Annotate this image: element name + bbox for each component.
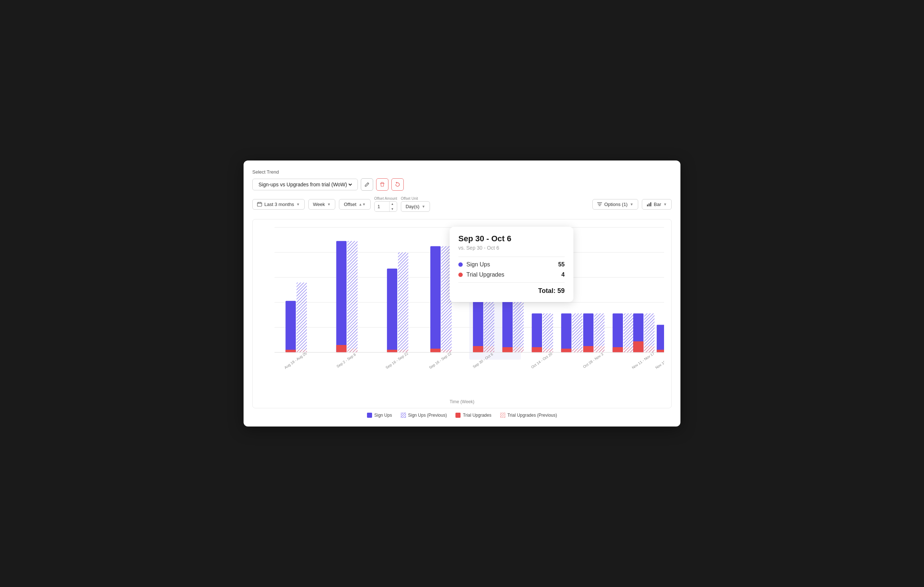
date-range-picker[interactable]: Last 3 months ▼	[252, 199, 305, 209]
legend-solid-red-icon	[455, 413, 460, 418]
svg-rect-43	[473, 346, 483, 352]
chart-legend: Sign Ups Sign Ups (Previous) Trial Upgra…	[252, 413, 672, 418]
svg-text:Sep 16 - Sep 22: Sep 16 - Sep 22	[428, 351, 452, 370]
filter-row: Last 3 months ▼ Week ▼ Offset ▲▼ Offset …	[252, 196, 672, 212]
offset-amount-label: Offset Amount	[374, 196, 397, 201]
legend-hatched-blue-icon	[401, 413, 406, 418]
select-trend-label: Select Trend	[252, 169, 672, 175]
right-controls: Options (1) ▼ Bar ▼	[592, 199, 672, 209]
chevron-down-icon: ▼	[422, 204, 425, 209]
granularity-label: Week	[313, 201, 325, 207]
offset-selector[interactable]: Offset ▲▼	[339, 199, 370, 209]
offset-amount-input[interactable]	[375, 202, 389, 211]
legend-trial-prev: Trial Upgrades (Previous)	[500, 413, 557, 418]
tooltip-divider-2	[459, 282, 565, 283]
svg-rect-2	[259, 202, 259, 203]
date-range-label: Last 3 months	[264, 201, 294, 207]
options-button[interactable]: Options (1) ▼	[592, 199, 638, 209]
offset-amount-group: Offset Amount ▲ ▼	[374, 196, 397, 211]
options-label: Options (1)	[604, 201, 628, 207]
svg-rect-28	[347, 241, 358, 352]
chart-area: 0 20 40 60 80 100 Aug 19 - Aug 25	[252, 219, 672, 408]
svg-rect-4	[647, 204, 648, 206]
trend-dropdown[interactable]: Sign-ups vs Upgrades from trial (WoW)	[252, 179, 358, 190]
bar-chart-icon	[647, 201, 652, 207]
legend-trial-label: Trial Upgrades	[463, 413, 491, 418]
chart-tooltip: Sep 30 - Oct 6 vs. Sep 30 - Oct 6 Sign U…	[450, 227, 573, 302]
delete-button[interactable]	[376, 178, 388, 191]
tooltip-divider	[459, 257, 565, 257]
svg-text:Nov 11 - Nov 17: Nov 11 - Nov 17	[631, 351, 655, 370]
legend-sign-ups: Sign Ups	[367, 413, 392, 418]
tooltip-signups-label: Sign Ups	[466, 261, 490, 268]
svg-rect-70	[633, 341, 643, 352]
blue-dot	[459, 262, 463, 267]
svg-text:Nov 18 - Nov 24: Nov 18 - Nov 24	[655, 351, 664, 370]
main-window: Select Trend Sign-ups vs Upgrades from t…	[244, 160, 680, 427]
tooltip-signups-metric: Sign Ups	[459, 261, 490, 268]
svg-rect-53	[543, 349, 553, 352]
offset-unit-group: Offset Unit Day(s) ▼	[401, 196, 430, 212]
chevron-down-icon: ▼	[630, 202, 634, 206]
x-axis-label: Time (Week)	[450, 399, 474, 404]
chevron-down-icon: ▼	[663, 202, 667, 206]
decrement-icon[interactable]: ▼	[389, 207, 395, 211]
chart-type-label: Bar	[654, 201, 661, 207]
svg-rect-5	[648, 203, 650, 206]
tooltip-subtitle: vs. Sep 30 - Oct 6	[459, 245, 565, 251]
svg-rect-6	[650, 202, 651, 206]
offset-label: Offset	[344, 201, 356, 207]
svg-rect-32	[387, 269, 397, 352]
svg-rect-23	[297, 282, 307, 352]
tooltip-trial-metric: Trial Upgrades	[459, 272, 504, 278]
svg-rect-0	[380, 183, 384, 184]
chevron-down-icon: ▲▼	[359, 202, 366, 206]
chevron-down-icon: ▼	[296, 202, 300, 206]
svg-rect-37	[430, 246, 441, 352]
svg-rect-44	[484, 346, 494, 352]
offset-unit-picker[interactable]: Day(s) ▼	[401, 201, 430, 212]
svg-rect-1	[257, 202, 262, 206]
offset-amount-input-wrap: ▲ ▼	[374, 201, 397, 211]
chart-type-selector[interactable]: Bar ▼	[642, 199, 672, 209]
increment-icon[interactable]: ▲	[389, 201, 395, 206]
red-dot	[459, 272, 463, 277]
svg-rect-86	[500, 413, 505, 418]
svg-rect-71	[644, 346, 654, 352]
tooltip-signups-value: 55	[558, 261, 565, 268]
svg-rect-27	[337, 241, 346, 352]
svg-rect-52	[532, 347, 542, 352]
svg-rect-58	[572, 349, 582, 352]
svg-rect-29	[337, 345, 346, 352]
top-row: Sign-ups vs Upgrades from trial (WoW)	[252, 178, 672, 191]
svg-rect-57	[561, 349, 571, 352]
svg-rect-39	[430, 349, 441, 352]
tooltip-trial-label: Trial Upgrades	[466, 272, 504, 278]
legend-sign-ups-label: Sign Ups	[374, 413, 392, 418]
svg-rect-75	[657, 350, 664, 352]
svg-rect-49	[513, 347, 523, 352]
tooltip-trial-value: 4	[561, 272, 565, 278]
svg-rect-33	[398, 252, 408, 353]
legend-hatched-red-icon	[500, 413, 505, 418]
svg-rect-84	[455, 413, 460, 418]
offset-unit-label: Offset Unit	[401, 196, 430, 201]
svg-rect-34	[387, 350, 397, 352]
legend-sign-ups-prev-label: Sign Ups (Previous)	[408, 413, 447, 418]
offset-arrows: ▲ ▼	[389, 201, 395, 211]
svg-rect-48	[502, 347, 513, 352]
svg-rect-62	[594, 346, 604, 352]
granularity-picker[interactable]: Week ▼	[309, 199, 336, 209]
legend-trial: Trial Upgrades	[455, 413, 491, 418]
reset-button[interactable]	[391, 178, 404, 191]
svg-rect-24	[285, 350, 295, 352]
offset-unit-value: Day(s)	[406, 204, 419, 209]
tooltip-trial-row: Trial Upgrades 4	[459, 272, 565, 278]
svg-text:Oct 14 - Oct 20: Oct 14 - Oct 20	[530, 351, 553, 369]
svg-rect-55	[561, 313, 571, 352]
svg-rect-22	[285, 301, 295, 352]
trend-select-input[interactable]: Sign-ups vs Upgrades from trial (WoW)	[257, 181, 353, 188]
svg-text:Sep 16 - Sep 22: Sep 16 - Sep 22	[385, 351, 409, 370]
calendar-icon	[257, 201, 262, 207]
edit-button[interactable]	[361, 178, 373, 191]
